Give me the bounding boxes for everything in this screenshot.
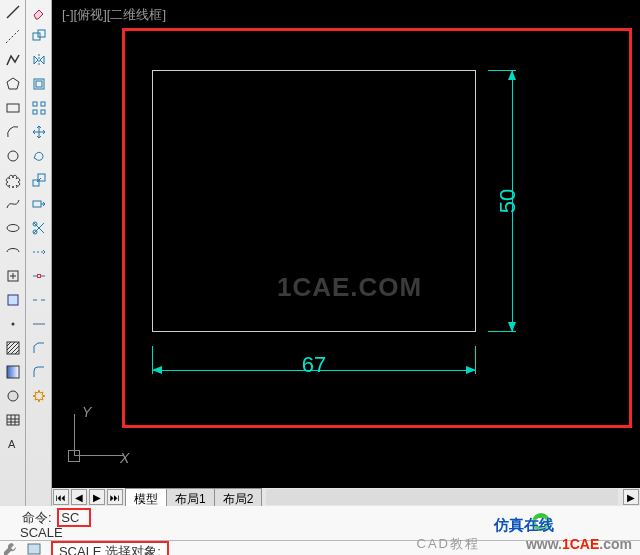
table-tool[interactable]	[3, 410, 23, 430]
gradient-tool[interactable]	[3, 362, 23, 382]
construction-line-tool[interactable]	[3, 26, 23, 46]
svg-rect-19	[41, 102, 45, 106]
overlay-faint-text: CAD教程	[417, 535, 480, 553]
erase-tool[interactable]	[29, 2, 49, 22]
layout-tab-bar: ⏮ ◀ ▶ ⏭ 模型 布局1 布局2 ▶	[52, 488, 640, 506]
command-prompt-highlight[interactable]: SCALE 选择对象:	[51, 541, 169, 555]
make-block-tool[interactable]	[3, 290, 23, 310]
ucs-y-label: Y	[82, 404, 91, 420]
tab-layout2[interactable]: 布局2	[214, 488, 263, 506]
svg-point-8	[11, 323, 14, 326]
command-echo: SCALE	[20, 525, 63, 540]
svg-point-11	[8, 391, 18, 401]
insert-block-tool[interactable]	[3, 266, 23, 286]
modify-toolbar	[26, 0, 52, 520]
dimension-vertical[interactable]: 50	[488, 70, 522, 332]
line-tool[interactable]	[3, 2, 23, 22]
svg-text:A: A	[8, 438, 16, 450]
svg-rect-27	[37, 275, 40, 278]
stretch-tool[interactable]	[29, 194, 49, 214]
svg-rect-10	[7, 366, 19, 378]
svg-rect-17	[36, 81, 42, 87]
extend-tool[interactable]	[29, 242, 49, 262]
svg-marker-2	[7, 78, 19, 89]
polygon-tool[interactable]	[3, 74, 23, 94]
join-tool[interactable]	[29, 314, 49, 334]
dimension-horizontal[interactable]: 67	[152, 346, 476, 380]
arc-tool[interactable]	[3, 122, 23, 142]
arrow-down-icon	[508, 322, 516, 332]
command-window-icon[interactable]	[26, 541, 42, 555]
horizontal-scrollbar[interactable]	[266, 489, 618, 505]
dimension-height-value: 50	[495, 189, 521, 213]
model-viewport[interactable]: [-][俯视][二维线框] 1CAE.COM 67 50 Y X	[52, 0, 640, 488]
trim-tool[interactable]	[29, 218, 49, 238]
ellipse-arc-tool[interactable]	[3, 242, 23, 262]
cad-window: A [-][俯视][二维线框] 1CAE.COM 67	[0, 0, 640, 555]
polyline-tool[interactable]	[3, 50, 23, 70]
draw-toolbar: A	[0, 0, 26, 520]
explode-tool[interactable]	[29, 386, 49, 406]
ellipse-tool[interactable]	[3, 218, 23, 238]
fillet-tool[interactable]	[29, 362, 49, 382]
rectangle-tool[interactable]	[3, 98, 23, 118]
offset-tool[interactable]	[29, 74, 49, 94]
dimension-width-value: 67	[302, 352, 326, 378]
svg-rect-28	[28, 544, 40, 554]
overlay-url: www.1CAE.com	[526, 536, 632, 552]
watermark-center: 1CAE.COM	[277, 272, 422, 303]
svg-line-0	[7, 6, 19, 18]
tab-nav-prev[interactable]: ◀	[71, 489, 87, 505]
tab-nav-first[interactable]: ⏮	[53, 489, 69, 505]
svg-rect-12	[7, 415, 19, 425]
text-tool[interactable]: A	[3, 434, 23, 454]
svg-rect-7	[8, 295, 18, 305]
svg-point-4	[8, 151, 18, 161]
copy-tool[interactable]	[29, 26, 49, 46]
move-tool[interactable]	[29, 122, 49, 142]
arrow-left-icon	[152, 366, 162, 374]
break-tool[interactable]	[29, 290, 49, 310]
viewport-label[interactable]: [-][俯视][二维线框]	[62, 6, 166, 24]
region-tool[interactable]	[3, 386, 23, 406]
svg-rect-21	[41, 110, 45, 114]
svg-point-5	[7, 225, 19, 232]
point-tool[interactable]	[3, 314, 23, 334]
tab-nav-last[interactable]: ⏭	[107, 489, 123, 505]
overlay-brand: 仿真在线	[494, 516, 554, 535]
svg-rect-20	[33, 110, 37, 114]
svg-rect-18	[33, 102, 37, 106]
tab-model[interactable]: 模型	[125, 488, 167, 506]
scale-tool[interactable]	[29, 170, 49, 190]
hatch-tool[interactable]	[3, 338, 23, 358]
svg-line-1	[6, 29, 20, 43]
tab-layout1[interactable]: 布局1	[166, 488, 215, 506]
break-at-point-tool[interactable]	[29, 266, 49, 286]
array-tool[interactable]	[29, 98, 49, 118]
svg-rect-3	[7, 104, 19, 112]
scroll-right-button[interactable]: ▶	[623, 489, 639, 505]
chamfer-tool[interactable]	[29, 338, 49, 358]
mirror-tool[interactable]	[29, 50, 49, 70]
ucs-x-label: X	[120, 450, 129, 466]
tab-nav-next[interactable]: ▶	[89, 489, 105, 505]
arrow-right-icon	[466, 366, 476, 374]
svg-rect-24	[33, 201, 41, 207]
arrow-up-icon	[508, 70, 516, 80]
command-wrench-icon[interactable]	[2, 541, 18, 555]
spline-tool[interactable]	[3, 194, 23, 214]
rotate-tool[interactable]	[29, 146, 49, 166]
revision-cloud-tool[interactable]	[3, 170, 23, 190]
circle-tool[interactable]	[3, 146, 23, 166]
